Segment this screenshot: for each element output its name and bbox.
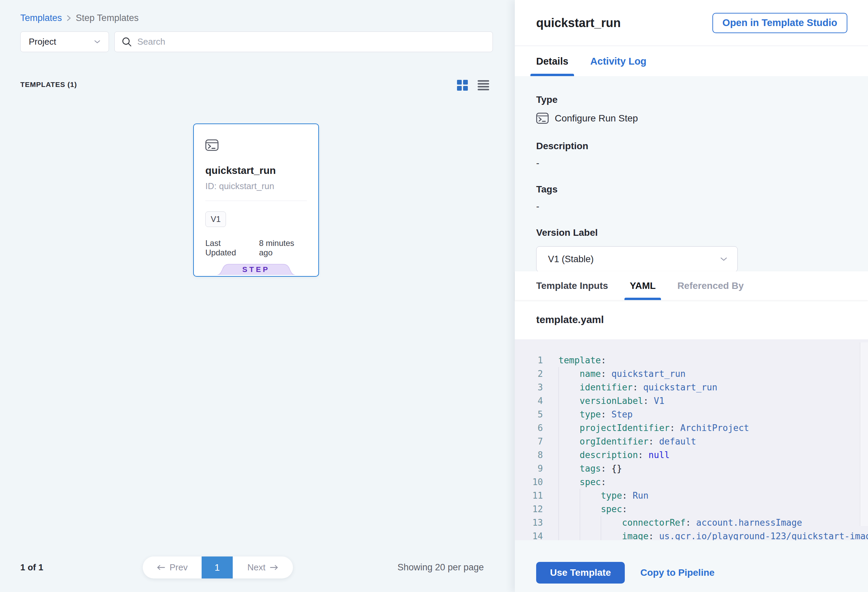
next-label: Next bbox=[247, 562, 265, 573]
version-select[interactable]: V1 (Stable) bbox=[536, 246, 738, 272]
template-card[interactable]: quickstart_run ID: quickstart_run V1 Las… bbox=[193, 124, 319, 277]
type-label: Type bbox=[536, 95, 868, 105]
prev-button[interactable]: Prev bbox=[143, 557, 202, 579]
description-value: - bbox=[536, 158, 868, 168]
code-line: 4versionLabel: V1 bbox=[515, 394, 868, 407]
type-value: Configure Run Step bbox=[555, 113, 638, 124]
chevron-down-icon bbox=[720, 257, 727, 261]
scope-select-value: Project bbox=[29, 37, 56, 47]
description-label: Description bbox=[536, 142, 868, 151]
per-page-text: Showing 20 per page bbox=[397, 562, 484, 573]
step-badge: STEP bbox=[216, 264, 296, 276]
code-line: 5type: Step bbox=[515, 407, 868, 421]
list-view-button[interactable] bbox=[478, 80, 489, 90]
list-view-icon bbox=[478, 80, 489, 90]
panel-sub-tabs: Template Inputs YAML Referenced By bbox=[515, 271, 868, 300]
code-line: 10spec: bbox=[515, 475, 868, 489]
code-line: 2name: quickstart_run bbox=[515, 367, 868, 381]
footer-actions: Use Template Copy to Pipeline bbox=[536, 562, 714, 583]
step-badge-label: STEP bbox=[242, 265, 270, 274]
grid-view-icon bbox=[457, 80, 468, 91]
breadcrumb: Templates Step Templates bbox=[20, 13, 139, 23]
subtab-yaml[interactable]: YAML bbox=[630, 271, 656, 300]
terminal-icon bbox=[536, 113, 549, 124]
version-select-value: V1 (Stable) bbox=[548, 254, 593, 264]
yaml-file-bar: template.yaml bbox=[515, 300, 868, 339]
use-template-button[interactable]: Use Template bbox=[536, 562, 625, 583]
pagination: Prev 1 Next bbox=[143, 557, 293, 579]
app-root: Templates Step Templates Project TEMPLAT… bbox=[0, 0, 868, 592]
subtab-template-inputs[interactable]: Template Inputs bbox=[536, 271, 608, 300]
terminal-icon bbox=[205, 139, 307, 152]
code-line: 11type: Run bbox=[515, 489, 868, 502]
panel-header: quickstart_run Open in Template Studio bbox=[515, 0, 868, 46]
filter-row: Project bbox=[20, 31, 493, 52]
panel-footer: Use Template Copy to Pipeline bbox=[515, 540, 868, 592]
code-line: 7orgIdentifier: default bbox=[515, 435, 868, 448]
code-line: 8description: null bbox=[515, 448, 868, 462]
type-row: Configure Run Step bbox=[536, 113, 868, 124]
templates-count-label: TEMPLATES (1) bbox=[20, 81, 77, 89]
search-icon bbox=[121, 37, 132, 47]
tags-label: Tags bbox=[536, 185, 868, 194]
subtab-referenced-by[interactable]: Referenced By bbox=[677, 271, 744, 300]
version-chip: V1 bbox=[205, 211, 226, 227]
copy-to-pipeline-link[interactable]: Copy to Pipeline bbox=[640, 567, 714, 578]
tab-details[interactable]: Details bbox=[536, 46, 568, 76]
code-line: 14image: us.gcr.io/playground-123/quicks… bbox=[515, 529, 868, 540]
search-box bbox=[114, 31, 493, 52]
yaml-editor[interactable]: 1template:2name: quickstart_run3identifi… bbox=[515, 339, 868, 540]
tab-activity-log[interactable]: Activity Log bbox=[590, 46, 647, 76]
breadcrumb-current: Step Templates bbox=[76, 13, 139, 23]
prev-label: Prev bbox=[170, 562, 187, 573]
breadcrumb-templates-link[interactable]: Templates bbox=[20, 13, 62, 23]
code-line: 12spec: bbox=[515, 502, 868, 516]
yaml-filename: template.yaml bbox=[536, 314, 604, 325]
card-id: ID: quickstart_run bbox=[205, 181, 307, 192]
updated-label: Last Updated bbox=[205, 239, 251, 257]
pagination-summary: 1 of 1 bbox=[20, 562, 43, 573]
search-input[interactable] bbox=[137, 36, 486, 47]
details-panel: quickstart_run Open in Template Studio D… bbox=[515, 0, 868, 592]
panel-title: quickstart_run bbox=[536, 16, 621, 30]
arrow-right-icon bbox=[270, 565, 278, 570]
code-line: 6projectIdentifier: ArchitProject bbox=[515, 421, 868, 435]
tags-value: - bbox=[536, 202, 868, 211]
card-divider bbox=[205, 201, 307, 201]
card-title: quickstart_run bbox=[205, 165, 307, 176]
code-line: 13connectorRef: account.harnessImage bbox=[515, 516, 868, 529]
page-1-button[interactable]: 1 bbox=[202, 557, 233, 579]
chevron-right-icon bbox=[66, 15, 71, 21]
panel-tabs: Details Activity Log bbox=[515, 46, 868, 76]
card-updated-row: Last Updated 8 minutes ago bbox=[205, 239, 307, 257]
updated-value: 8 minutes ago bbox=[259, 239, 307, 257]
view-toggle bbox=[457, 80, 489, 91]
next-button[interactable]: Next bbox=[233, 557, 293, 579]
open-in-template-studio-button[interactable]: Open in Template Studio bbox=[712, 13, 847, 33]
details-section: Type Configure Run Step Description - Ta… bbox=[515, 76, 868, 271]
editor-scrollbar[interactable] bbox=[860, 343, 868, 526]
chevron-down-icon bbox=[94, 40, 100, 44]
arrow-left-icon bbox=[156, 565, 165, 570]
code-line: 9tags: {} bbox=[515, 462, 868, 475]
code-line: 1template: bbox=[515, 353, 868, 367]
code-lines: 1template:2name: quickstart_run3identifi… bbox=[515, 353, 868, 540]
version-label: Version Label bbox=[536, 228, 868, 238]
code-line: 3identifier: quickstart_run bbox=[515, 381, 868, 394]
scope-select[interactable]: Project bbox=[20, 31, 109, 52]
grid-view-button[interactable] bbox=[457, 80, 468, 91]
